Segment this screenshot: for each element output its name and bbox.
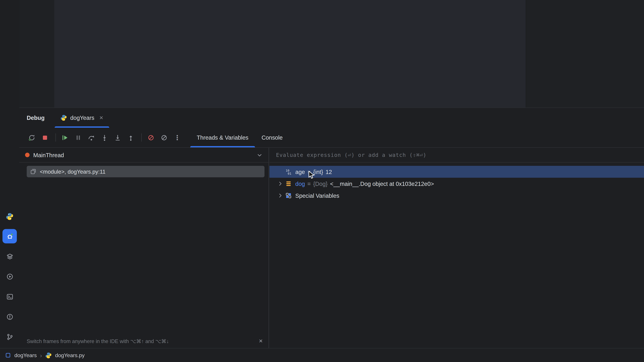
debug-toolbar: ⋮ Threads & Variables Console [19,128,644,148]
variable-name: age [295,168,305,175]
rerun-button[interactable] [26,132,38,143]
chevron-right-icon[interactable] [275,193,285,199]
python-logo-icon [60,114,67,121]
equals-sign: = [308,180,311,187]
debug-bug-icon [6,232,14,240]
pause-icon [75,134,82,141]
step-out-button[interactable] [125,132,137,143]
layers-icon [6,253,14,260]
special-variables-row[interactable]: Special Variables [270,190,644,201]
step-out-icon [127,134,134,141]
breadcrumb-file[interactable]: dogYears.py [55,352,85,358]
resume-button[interactable] [59,132,71,143]
frames-list: <module>, dogYears.py:11 [19,163,269,177]
chevron-right-icon[interactable] [275,181,285,187]
breadcrumb-separator: › [40,352,42,359]
editor-area[interactable] [19,0,644,108]
svg-text:01: 01 [288,172,291,175]
force-step-into-icon [114,134,121,141]
python-file-icon [45,352,52,359]
frame-label: <module>, dogYears.py:11 [40,168,106,175]
rerun-icon [28,134,36,141]
toolbar-separator [141,133,142,142]
variable-row-age[interactable]: 10 01 age = {int} 12 [270,166,644,178]
frame-icon [30,168,36,175]
object-variable-icon [285,180,292,187]
chevron-down-icon[interactable] [256,152,263,158]
tab-console[interactable]: Console [255,128,289,147]
variable-type: {Dog} [313,180,328,187]
debug-header: Debug dogYears ✕ [19,108,644,128]
thread-name: MainThread [33,152,64,158]
variables-pane: Evaluate expression (⏎) or add a watch (… [270,148,644,348]
primitive-variable-icon: 10 01 [285,168,292,175]
git-tool-button[interactable] [2,330,17,344]
active-tab-underline [190,146,255,147]
crossed-circle-icon [161,134,168,141]
variable-row-dog[interactable]: dog = {Dog} <__main__.Dog object at 0x10… [270,178,644,190]
step-over-button[interactable] [85,132,97,143]
force-step-into-button[interactable] [112,132,124,143]
breadcrumb-project[interactable]: dogYears [14,352,37,358]
python-packages-tool-button[interactable] [2,209,17,224]
debug-tool-button[interactable] [2,229,17,244]
debug-tool-window: Debug dogYears ✕ [19,108,644,348]
status-bar: dogYears › dogYears.py [0,348,644,362]
pause-button[interactable] [72,132,84,143]
muted-breakpoint-icon [148,134,154,141]
terminal-icon [6,293,14,300]
play-circle-icon [6,273,14,280]
tab-threads-variables[interactable]: Threads & Variables [190,128,255,147]
mouse-cursor [308,171,316,180]
thread-selector[interactable]: MainThread [19,148,269,163]
variable-value: 12 [326,168,332,175]
variable-name: dog [295,180,305,187]
thread-status-icon [25,153,30,157]
group-label: Special Variables [295,192,339,199]
active-tab-underline [55,126,109,128]
evaluate-placeholder: Evaluate expression (⏎) or add a watch (… [276,152,426,158]
toolbar-separator [56,133,56,142]
mute-breakpoints-button[interactable] [145,132,157,143]
debug-body: MainThread [19,148,644,348]
git-branch-icon [6,333,14,340]
evaluate-expression-input[interactable]: Evaluate expression (⏎) or add a watch (… [270,148,644,163]
session-tab-label: dogYears [70,114,94,121]
resume-icon [62,134,68,141]
problems-tool-button[interactable] [2,310,17,324]
variable-value: <__main__.Dog object at 0x103e212e0> [330,180,434,187]
structure-tool-button[interactable] [2,249,17,264]
kebab-menu-icon: ⋮ [174,134,180,141]
step-into-icon [101,134,108,141]
editor-surface[interactable] [54,0,526,108]
step-into-button[interactable] [98,132,110,143]
stop-icon [42,134,48,141]
close-icon[interactable]: ✕ [259,338,263,344]
error-circle-icon [6,313,14,320]
debug-title: Debug [27,114,44,121]
project-icon [5,352,11,358]
more-options-button[interactable]: ⋮ [171,132,183,143]
tab-label: Console [262,134,283,141]
hint-text: Switch frames from anywhere in the IDE w… [27,338,169,344]
tab-label: Threads & Variables [197,134,248,141]
variables-tree: 10 01 age = {int} 12 [270,163,644,202]
session-tab-dogyears[interactable]: dogYears ✕ [55,108,109,128]
tool-window-stripe [0,0,19,348]
step-over-icon [88,134,95,141]
terminal-tool-button[interactable] [2,290,17,304]
view-breakpoints-button[interactable] [158,132,170,143]
ide-window: Debug dogYears ✕ [0,0,644,362]
stop-button[interactable] [39,132,51,143]
frames-hint: Switch frames from anywhere in the IDE w… [19,334,269,348]
frames-pane: MainThread [19,148,269,348]
services-tool-button[interactable] [2,269,17,284]
special-variables-icon [285,192,292,199]
stack-frame-row[interactable]: <module>, dogYears.py:11 [27,166,264,177]
debugger-view-tabs: Threads & Variables Console [190,128,289,147]
python-logo-icon [6,213,14,221]
close-icon[interactable]: ✕ [99,115,104,120]
